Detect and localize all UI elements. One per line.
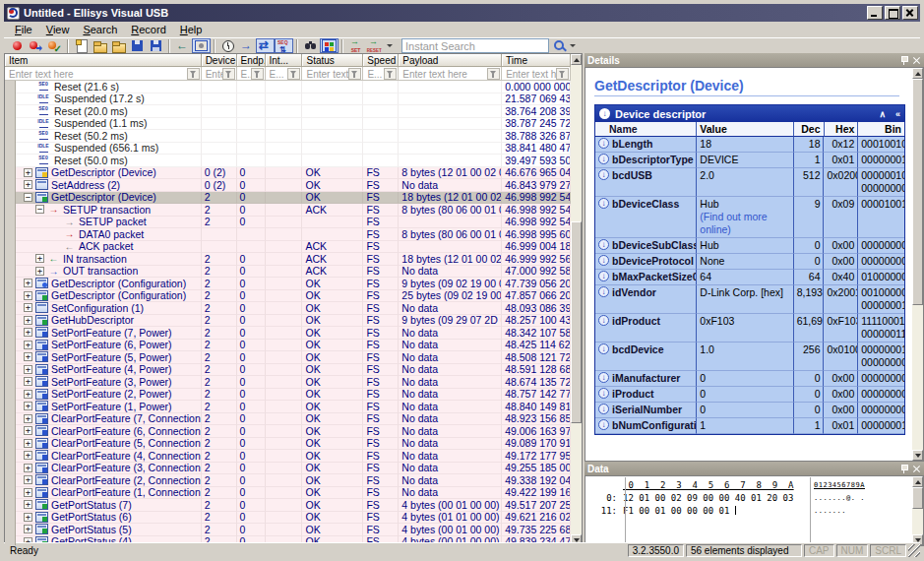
filter-placeholder[interactable]: Enter text h... [502,69,556,80]
expand-icon[interactable]: + [24,402,32,410]
table-row[interactable]: +SetConfiguration (1)20OKFSNo data48.093… [5,302,571,315]
table-row[interactable]: +GetDescriptor (Device)0 (2)0OKFS8 bytes… [5,167,571,180]
menu-search[interactable]: Search [76,23,124,36]
column-header-speed[interactable]: Speed [363,54,399,67]
table-row[interactable]: +SetPortFeature (4, Power)20OKFSNo data4… [5,364,571,377]
open-file-button[interactable] [91,38,109,53]
column-header-device[interactable]: Device [202,54,237,67]
filter-cell[interactable]: Ente... [202,67,237,81]
table-row[interactable]: IDLESuspended (17.2 s)21.587 069 437 [5,94,571,106]
table-row[interactable]: SE0Reset (21.6 s)0.000 000 000 [5,81,571,94]
expand-icon[interactable]: + [24,365,32,374]
scroll-up-button[interactable] [912,476,923,487]
hex-bytes[interactable]: F1 00 01 00 00 00 01 [623,506,804,516]
filter-placeholder[interactable]: Enter text here [399,69,487,80]
scroll-up-button[interactable] [912,68,923,79]
expand-icon[interactable]: + [24,180,32,189]
collapse-icon[interactable]: − [24,193,32,202]
filter-cell[interactable]: E... [266,67,303,81]
filter-funnel-icon[interactable] [384,68,397,80]
column-header-status[interactable]: Status [302,54,363,67]
expand-icon[interactable]: + [24,390,32,399]
column-header-int[interactable]: Int... [266,54,303,67]
table-row[interactable]: +GetDescriptor (Configuration)20OKFS25 b… [5,290,571,303]
column-header-item[interactable]: Item [5,54,202,67]
table-row[interactable]: +GetPortStatus (7)20OKFS4 bytes (00 01 0… [5,499,571,512]
expand-icon[interactable]: + [24,525,32,533]
table-row[interactable]: +SetPortFeature (7, Power)20OKFSNo data4… [5,327,571,340]
table-row[interactable]: +SetAddress (2)0 (2)0OKFSNo data46.843 9… [5,179,571,192]
goto-button[interactable] [237,38,256,53]
table-row[interactable]: +SetPortFeature (2, Power)20OKFSNo data4… [5,389,571,402]
table-row[interactable]: +SetPortFeature (6, Power)20OKFSNo data4… [5,340,571,352]
table-row[interactable]: SE0Reset (20.0 ms)38.764 208 396 [5,105,571,118]
scroll-thumb[interactable] [912,487,923,509]
expand-icon[interactable]: + [24,316,32,325]
filter-cell[interactable]: Enter text here [5,67,202,81]
expand-icon[interactable]: + [24,475,32,484]
table-row[interactable]: +→OUT transaction20ACKFSNo data47.000 99… [5,266,571,279]
maximize-button[interactable] [885,6,900,20]
table-row[interactable]: +SetPortFeature (3, Power)20OKFSNo data4… [5,376,571,389]
filter-placeholder[interactable]: Enter text here [5,69,187,80]
table-row[interactable]: +ClearPortFeature (7, ConnectionChanged)… [5,413,571,426]
filter-funnel-icon[interactable] [222,68,235,80]
panel-close-icon[interactable] [912,465,921,473]
resize-grip[interactable] [908,544,920,557]
record-button[interactable] [8,38,27,53]
filter-funnel-icon[interactable] [487,68,500,80]
transactions-view-button[interactable] [256,38,275,53]
save-button[interactable] [128,38,147,53]
record-accept-button[interactable] [45,38,64,53]
pin-icon[interactable] [899,56,908,65]
expand-icon[interactable]: + [24,328,32,337]
minimize-button[interactable] [867,6,883,20]
close-button[interactable] [902,6,918,20]
expand-icon[interactable]: + [35,267,44,276]
ascii-bytes[interactable]: .......@. . [804,494,865,502]
expand-icon[interactable]: + [24,377,32,386]
table-row[interactable]: +ClearPortFeature (6, ConnectionChanged)… [5,425,571,438]
panel-close-icon[interactable] [912,56,921,65]
pin-icon[interactable] [899,465,908,473]
save-as-button[interactable] [147,38,165,53]
search-dropdown-icon[interactable] [570,44,576,47]
details-vertical-scrollbar[interactable] [912,68,923,461]
timing-view-button[interactable] [218,38,237,53]
filter-cell[interactable]: E... [363,67,399,81]
menu-record[interactable]: Record [124,23,172,36]
table-row[interactable]: IDLESuspended (656.1 ms)38.841 480 479 [5,143,571,156]
marker-set-button[interactable] [346,38,365,53]
filter-funnel-icon[interactable] [251,68,264,80]
table-row[interactable]: +SetPortFeature (5, Power)20OKFSNo data4… [5,351,571,364]
expand-icon[interactable]: + [24,352,32,361]
search-icon[interactable] [553,39,567,53]
collapse-all-icon[interactable]: ∧ [879,109,886,119]
table-row[interactable]: SE0Reset (50.0 ms)39.497 593 500 [5,155,571,167]
expand-icon[interactable]: + [24,488,32,497]
filter-placeholder[interactable]: E... [363,69,384,80]
expand-icon[interactable]: + [24,464,32,472]
hex-row[interactable]: 11:F1 00 01 00 00 00 01 ....... [585,504,923,517]
filter-placeholder[interactable]: E... [266,69,288,80]
grid-vertical-scrollbar[interactable] [571,54,582,545]
table-row[interactable]: →DATA0 packetFS8 bytes (80 06 00 01 00 0… [5,228,571,241]
new-file-button[interactable] [72,38,91,53]
menu-file[interactable]: File [8,23,39,36]
expand-icon[interactable]: + [24,439,32,448]
expand-icon[interactable]: + [35,254,44,263]
table-row[interactable]: +ClearPortFeature (4, ConnectionChanged)… [5,450,571,463]
table-row[interactable]: +GetHubDescriptor20OKFS9 bytes (09 29 07… [5,315,571,328]
expand-icon[interactable]: + [24,414,32,423]
find-out-more-link[interactable]: (Find out more online) [700,211,767,235]
table-row[interactable]: IDLESuspended (1.1 ms)38.787 245 729 [5,118,571,131]
table-row[interactable]: →SETUP packet20FS46.998 992 542 [5,217,571,229]
filter-funnel-icon[interactable] [348,68,361,80]
filter-cell[interactable]: Enter text h... [502,67,571,81]
column-header-time[interactable]: Time [502,54,571,67]
scroll-down-button[interactable] [912,450,923,461]
table-row[interactable]: ←ACK packetACKFS46.999 004 187 [5,241,571,254]
hex-bytes[interactable]: 12 01 00 02 09 00 00 40 01 20 03 [623,493,804,503]
expand-icon[interactable]: + [24,426,32,435]
find-button[interactable] [301,38,320,53]
